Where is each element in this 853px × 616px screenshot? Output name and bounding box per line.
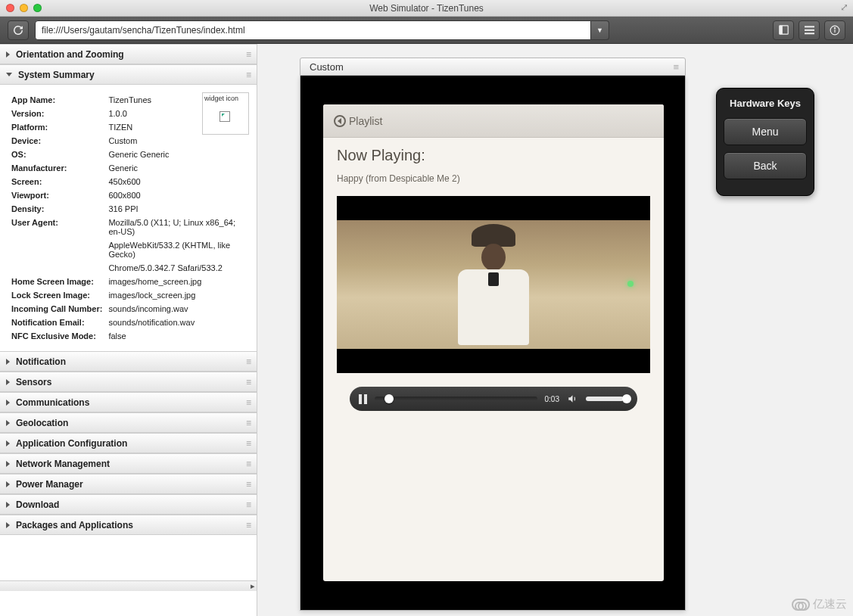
hamburger-icon bbox=[805, 26, 814, 35]
device-panel-header[interactable]: Custom ≡ bbox=[300, 58, 686, 76]
horizontal-scrollbar[interactable]: ▸ bbox=[0, 580, 257, 591]
section-label: System Summary bbox=[18, 70, 95, 80]
grip-icon: ≡ bbox=[246, 49, 251, 60]
panel-layout-icon bbox=[779, 25, 789, 35]
value: images/lock_screen.jpg bbox=[106, 289, 247, 301]
grip-icon: ≡ bbox=[673, 61, 679, 73]
value: 450x600 bbox=[106, 176, 247, 188]
app-header: Playlist bbox=[323, 104, 664, 138]
pause-icon bbox=[359, 394, 367, 404]
url-dropdown-button[interactable]: ▼ bbox=[591, 20, 609, 40]
window-title: Web Simulator - TizenTunes bbox=[0, 3, 853, 14]
watermark-logo-icon bbox=[792, 599, 810, 611]
section-network-mgmt[interactable]: Network Management≡ bbox=[0, 453, 257, 474]
section-packages-apps[interactable]: Packages and Applications≡ bbox=[0, 515, 257, 535]
info-icon bbox=[830, 25, 840, 36]
hw-back-button[interactable]: Back bbox=[724, 152, 807, 179]
section-label: Sensors bbox=[16, 377, 51, 387]
grip-icon: ≡ bbox=[246, 499, 251, 510]
phone-screen: Playlist Now Playing: Happy (from Despic… bbox=[323, 104, 664, 581]
widget-icon-box: widget icon bbox=[202, 92, 249, 135]
section-label: Orientation and Zooming bbox=[16, 49, 124, 60]
label: Lock Screen Image: bbox=[9, 289, 104, 301]
section-label: Application Configuration bbox=[16, 438, 127, 449]
section-power-mgr[interactable]: Power Manager≡ bbox=[0, 474, 257, 494]
hardware-keys-title: Hardware Keys bbox=[724, 98, 807, 109]
label: Incoming Call Number: bbox=[9, 303, 104, 315]
section-app-config[interactable]: Application Configuration≡ bbox=[0, 433, 257, 453]
value: 600x800 bbox=[106, 189, 247, 201]
now-playing-heading: Now Playing: bbox=[337, 147, 650, 164]
window-maximize-icon[interactable]: ⤢ bbox=[840, 2, 848, 13]
label: Notification Email: bbox=[9, 316, 104, 328]
device-panel-title: Custom bbox=[310, 61, 344, 73]
grip-icon: ≡ bbox=[246, 438, 251, 449]
device-panel: Custom ≡ Playlist Now Playing: Happy (fr… bbox=[300, 58, 686, 611]
section-notification[interactable]: Notification≡ bbox=[0, 351, 257, 372]
label: Device: bbox=[9, 135, 104, 147]
section-system-summary[interactable]: System Summary≡ bbox=[0, 64, 257, 85]
section-label: Download bbox=[16, 499, 59, 510]
system-summary-panel: widget icon App Name:TizenTunes Version:… bbox=[0, 85, 257, 351]
scroll-right-icon: ▸ bbox=[251, 581, 255, 591]
window-titlebar: Web Simulator - TizenTunes ⤢ bbox=[0, 0, 853, 17]
back-arrow-icon[interactable] bbox=[334, 115, 346, 127]
section-label: Packages and Applications bbox=[16, 520, 133, 530]
hardware-keys-panel: Hardware Keys Menu Back bbox=[716, 88, 814, 196]
section-label: Network Management bbox=[16, 459, 110, 469]
volume-icon[interactable] bbox=[567, 394, 578, 404]
device-frame: Playlist Now Playing: Happy (from Despic… bbox=[300, 76, 686, 611]
section-label: Communications bbox=[16, 397, 89, 408]
value: Chrome/5.0.342.7 Safari/533.2 bbox=[106, 262, 247, 274]
track-title: Happy (from Despicable Me 2) bbox=[337, 173, 650, 184]
seek-slider[interactable] bbox=[375, 397, 537, 401]
watermark-text: 亿速云 bbox=[813, 597, 847, 611]
info-button[interactable] bbox=[824, 20, 845, 40]
panel-layout-button[interactable] bbox=[773, 20, 794, 40]
label: Version: bbox=[9, 107, 104, 120]
svg-point-7 bbox=[834, 27, 835, 28]
label: Screen: bbox=[9, 176, 104, 188]
svg-rect-2 bbox=[805, 26, 814, 27]
section-sensors[interactable]: Sensors≡ bbox=[0, 372, 257, 392]
svg-rect-4 bbox=[805, 33, 814, 34]
value: Custom bbox=[106, 135, 247, 147]
menu-button[interactable] bbox=[799, 20, 820, 40]
grip-icon: ≡ bbox=[246, 520, 251, 530]
broken-image-icon bbox=[219, 111, 230, 122]
section-label: Power Manager bbox=[16, 479, 83, 490]
section-geolocation[interactable]: Geolocation≡ bbox=[0, 412, 257, 433]
section-orientation-zooming[interactable]: Orientation and Zooming≡ bbox=[0, 44, 257, 64]
label: Platform: bbox=[9, 121, 104, 133]
back-label[interactable]: Playlist bbox=[349, 115, 382, 127]
elapsed-time: 0:03 bbox=[545, 395, 559, 403]
value: images/home_screen.jpg bbox=[106, 275, 247, 288]
volume-slider[interactable] bbox=[586, 397, 628, 401]
label: Home Screen Image: bbox=[9, 275, 104, 288]
grip-icon: ≡ bbox=[246, 356, 251, 367]
media-controls: 0:03 bbox=[350, 387, 637, 411]
grip-icon: ≡ bbox=[246, 479, 251, 490]
pause-button[interactable] bbox=[359, 394, 367, 404]
value: Generic Generic bbox=[106, 148, 247, 160]
section-communications[interactable]: Communications≡ bbox=[0, 392, 257, 412]
watermark: 亿速云 bbox=[792, 597, 847, 611]
label: Density: bbox=[9, 203, 104, 215]
video-player[interactable] bbox=[337, 196, 650, 373]
value: sounds/notification.wav bbox=[106, 316, 247, 328]
section-label: Notification bbox=[16, 356, 66, 367]
svg-rect-1 bbox=[779, 26, 782, 34]
grip-icon: ≡ bbox=[246, 397, 251, 408]
svg-rect-3 bbox=[805, 29, 814, 30]
grip-icon: ≡ bbox=[246, 70, 251, 80]
hw-menu-button[interactable]: Menu bbox=[724, 118, 807, 145]
value: Generic bbox=[106, 162, 247, 174]
url-input[interactable] bbox=[35, 20, 591, 40]
value: false bbox=[106, 330, 247, 342]
label: Manufacturer: bbox=[9, 162, 104, 174]
section-label: Geolocation bbox=[16, 418, 68, 428]
reload-button[interactable] bbox=[8, 20, 29, 40]
section-download[interactable]: Download≡ bbox=[0, 494, 257, 515]
canvas-area: Custom ≡ Playlist Now Playing: Happy (fr… bbox=[257, 44, 853, 616]
sidebar: Orientation and Zooming≡ System Summary≡… bbox=[0, 44, 257, 616]
